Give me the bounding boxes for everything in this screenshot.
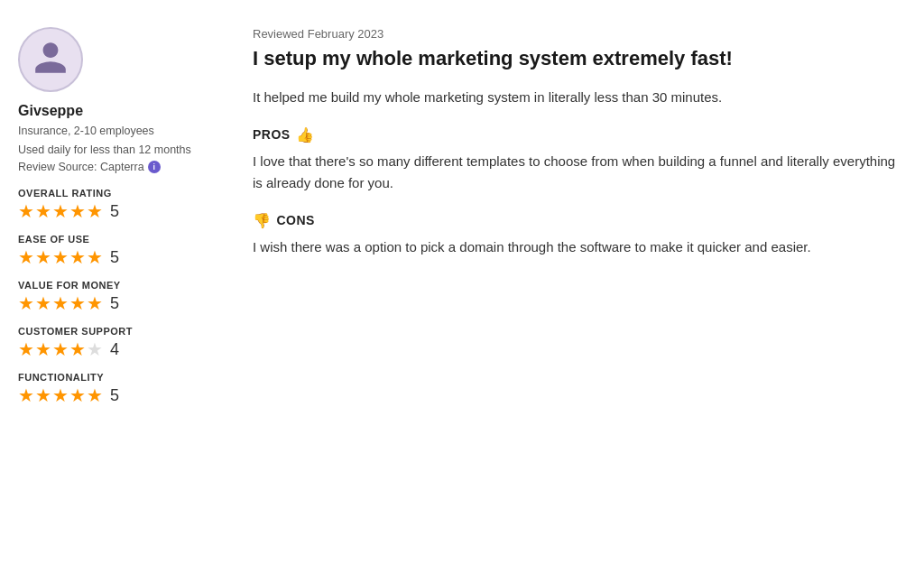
rating-customer-support: CUSTOMER SUPPORT ★ ★ ★ ★ ★ 4 [18, 326, 226, 359]
review-main-content: Reviewed February 2023 I setup my whole … [253, 27, 897, 418]
star-5: ★ [87, 294, 103, 312]
review-card: Givseppe Insurance, 2-10 employees Used … [0, 0, 924, 445]
thumbs-up-icon: 👍 [296, 126, 315, 143]
star-4: ★ [69, 202, 86, 220]
overall-score: 5 [110, 202, 119, 221]
thumbs-down-icon: 👎 [253, 212, 272, 229]
star-3: ★ [52, 294, 69, 312]
pros-label: PROS [253, 127, 291, 142]
pros-heading: PROS 👍 [253, 126, 897, 143]
star-1: ★ [18, 386, 34, 404]
functionality-label: FUNCTIONALITY [18, 372, 226, 383]
rating-functionality: FUNCTIONALITY ★ ★ ★ ★ ★ 5 [18, 372, 226, 405]
star-2: ★ [35, 202, 51, 220]
review-body: It helped me build my whole marketing sy… [253, 87, 897, 108]
star-1: ★ [18, 340, 34, 358]
star-1: ★ [18, 202, 34, 220]
rating-ease-of-use: EASE OF USE ★ ★ ★ ★ ★ 5 [18, 234, 226, 267]
value-for-money-label: VALUE FOR MONEY [18, 280, 226, 291]
star-1: ★ [18, 248, 34, 266]
functionality-stars-row: ★ ★ ★ ★ ★ 5 [18, 386, 226, 405]
rating-value-for-money: VALUE FOR MONEY ★ ★ ★ ★ ★ 5 [18, 280, 226, 313]
customer-support-stars-row: ★ ★ ★ ★ ★ 4 [18, 340, 226, 359]
star-5-empty: ★ [87, 340, 103, 358]
star-5: ★ [87, 202, 103, 220]
reviewer-sidebar: Givseppe Insurance, 2-10 employees Used … [18, 27, 226, 418]
overall-rating-label: OVERALL RATING [18, 188, 226, 199]
ease-of-use-score: 5 [110, 248, 119, 267]
rating-overall: OVERALL RATING ★ ★ ★ ★ ★ 5 [18, 188, 226, 221]
pros-text: I love that there's so many different te… [253, 151, 897, 194]
star-3: ★ [52, 248, 69, 266]
star-4: ★ [69, 294, 86, 312]
customer-support-label: CUSTOMER SUPPORT [18, 326, 226, 337]
cons-heading: 👎 CONS [253, 212, 897, 229]
ease-of-use-label: EASE OF USE [18, 234, 226, 245]
reviewer-usage: Used daily for less than 12 months [18, 142, 226, 159]
star-3: ★ [52, 202, 69, 220]
value-for-money-stars-row: ★ ★ ★ ★ ★ 5 [18, 294, 226, 313]
reviewer-name: Givseppe [18, 103, 226, 119]
overall-stars-row: ★ ★ ★ ★ ★ 5 [18, 202, 226, 221]
star-3: ★ [52, 340, 69, 358]
star-2: ★ [35, 294, 51, 312]
ease-of-use-stars: ★ ★ ★ ★ ★ [18, 248, 103, 266]
functionality-stars: ★ ★ ★ ★ ★ [18, 386, 103, 404]
star-2: ★ [35, 248, 51, 266]
customer-support-score: 4 [110, 340, 119, 359]
value-for-money-score: 5 [110, 294, 119, 313]
customer-support-stars: ★ ★ ★ ★ ★ [18, 340, 103, 358]
review-date: Reviewed February 2023 [253, 27, 897, 41]
review-source-text: Review Source: Capterra [18, 161, 144, 173]
star-1: ★ [18, 294, 34, 312]
cons-label: CONS [277, 213, 315, 227]
overall-stars: ★ ★ ★ ★ ★ [18, 202, 103, 220]
star-3: ★ [52, 386, 69, 404]
ease-of-use-stars-row: ★ ★ ★ ★ ★ 5 [18, 248, 226, 267]
value-for-money-stars: ★ ★ ★ ★ ★ [18, 294, 103, 312]
review-title: I setup my whole marketing system extrem… [253, 46, 897, 72]
info-icon[interactable]: i [148, 161, 161, 173]
star-4: ★ [69, 340, 86, 358]
star-5: ★ [87, 248, 103, 266]
functionality-score: 5 [110, 386, 119, 405]
review-source: Review Source: Capterra i [18, 161, 226, 173]
user-avatar-icon [32, 39, 69, 80]
reviewer-company: Insurance, 2-10 employees [18, 123, 226, 140]
star-5: ★ [87, 386, 103, 404]
star-2: ★ [35, 340, 51, 358]
cons-text: I wish there was a option to pick a doma… [253, 236, 897, 258]
star-4: ★ [69, 248, 86, 266]
avatar [18, 27, 83, 92]
star-2: ★ [35, 386, 51, 404]
star-4: ★ [69, 386, 86, 404]
